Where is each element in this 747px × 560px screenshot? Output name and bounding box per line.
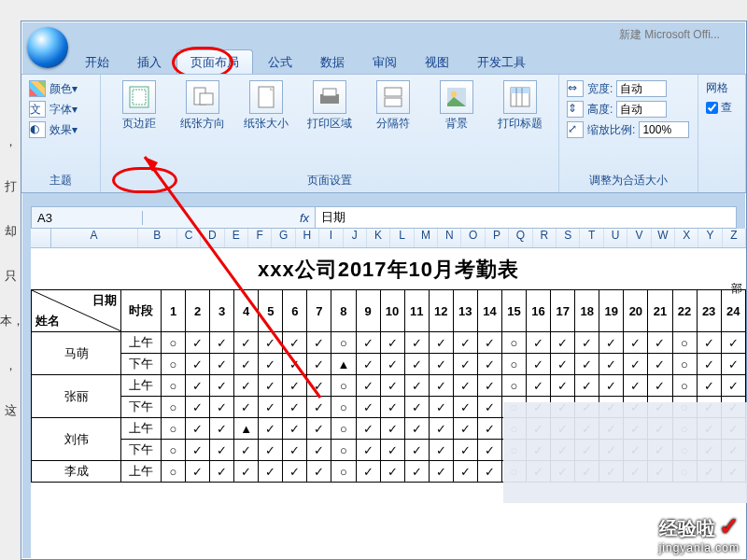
- margins-icon: [122, 80, 156, 114]
- column-headers: A B CDEFGHIJKLMNOPQRSTUVWXYZ: [31, 229, 746, 248]
- width-input[interactable]: [616, 80, 667, 97]
- svg-rect-8: [385, 98, 402, 106]
- fx-label[interactable]: fx: [143, 211, 315, 225]
- tab-data[interactable]: 数据: [307, 50, 358, 74]
- tab-review[interactable]: 审阅: [359, 50, 410, 74]
- tab-developer[interactable]: 开发工具: [464, 50, 539, 74]
- sheet-title: xxx公司2017年10月考勤表: [31, 248, 746, 289]
- group-theme: 颜色▾ 文字体▾ ◐效果▾ 主题: [21, 75, 101, 192]
- col-A[interactable]: A: [51, 229, 138, 247]
- orientation-button[interactable]: 纸张方向: [176, 80, 230, 132]
- sheet-subtitle-right: 部: [731, 281, 742, 297]
- group-scale: ⇔宽度: ⇕高度: ⤢缩放比例: 调整为合适大小: [559, 75, 698, 192]
- blur-overlay: [503, 402, 747, 503]
- group-page-setup: 页边距 纸张方向 纸张大小 打印区域 分隔符 背景 打印标题 页面设置: [101, 75, 559, 192]
- select-all-corner[interactable]: [31, 229, 51, 247]
- group-gridlines: 网格 查: [698, 75, 746, 192]
- group-label-theme: 主题: [29, 171, 92, 190]
- gridlines-title: 网格: [706, 78, 738, 98]
- print-titles-button[interactable]: 打印标题: [493, 80, 547, 132]
- background-icon: [440, 80, 473, 114]
- formula-value[interactable]: 日期: [315, 207, 736, 228]
- background-button[interactable]: 背景: [430, 80, 484, 132]
- svg-rect-7: [385, 88, 402, 96]
- breaks-button[interactable]: 分隔符: [366, 80, 420, 132]
- height-input[interactable]: [616, 101, 667, 118]
- width-icon: ⇔: [567, 80, 584, 97]
- tab-page-layout[interactable]: 页面布局: [176, 49, 253, 74]
- formula-bar: A3 fx 日期: [31, 206, 737, 229]
- print-area-button[interactable]: 打印区域: [303, 80, 357, 132]
- watermark: 经验啦 ✓ jingyanla.com: [659, 512, 740, 554]
- tab-insert[interactable]: 插入: [124, 50, 175, 74]
- theme-colors[interactable]: 颜色▾: [29, 78, 92, 99]
- scale-icon: ⤢: [567, 121, 584, 138]
- svg-rect-12: [511, 88, 529, 93]
- office-button[interactable]: [27, 27, 68, 68]
- tab-home[interactable]: 开始: [72, 50, 122, 74]
- breaks-icon: [376, 80, 410, 114]
- svg-rect-6: [323, 89, 336, 96]
- worksheet[interactable]: A B CDEFGHIJKLMNOPQRSTUVWXYZ xxx公司2017年1…: [31, 229, 746, 559]
- svg-point-10: [451, 91, 457, 97]
- scale-input[interactable]: [639, 121, 689, 138]
- group-label-page-setup: 页面设置: [108, 171, 551, 190]
- group-label-scale: 调整为合适大小: [567, 171, 690, 190]
- orientation-icon: [186, 80, 219, 114]
- ribbon: 颜色▾ 文字体▾ ◐效果▾ 主题 页边距 纸张方向 纸张大小 打印区域 分隔符 …: [21, 74, 746, 193]
- theme-fonts[interactable]: 文字体▾: [29, 99, 92, 119]
- svg-rect-3: [200, 93, 213, 105]
- excel-window: 新建 Microsoft Offi... 开始 插入 页面布局 公式 数据 审阅…: [21, 21, 747, 560]
- tab-formulas[interactable]: 公式: [255, 50, 305, 74]
- window-title: 新建 Microsoft Offi...: [619, 27, 720, 43]
- print-area-icon: [313, 80, 346, 114]
- cropped-article-text: ，打 却只 本， ，这: [0, 0, 21, 560]
- name-box[interactable]: A3: [32, 211, 143, 225]
- size-icon: [249, 80, 283, 114]
- theme-effects[interactable]: ◐效果▾: [29, 119, 92, 140]
- print-titles-icon: [503, 80, 537, 114]
- margins-button[interactable]: 页边距: [112, 80, 166, 132]
- col-B[interactable]: B: [138, 229, 177, 247]
- height-icon: ⇕: [567, 101, 584, 118]
- tab-view[interactable]: 视图: [412, 50, 462, 74]
- gridlines-view-checkbox[interactable]: [706, 102, 718, 114]
- ribbon-tabs: 开始 插入 页面布局 公式 数据 审阅 视图 开发工具: [72, 48, 746, 74]
- size-button[interactable]: 纸张大小: [239, 80, 293, 132]
